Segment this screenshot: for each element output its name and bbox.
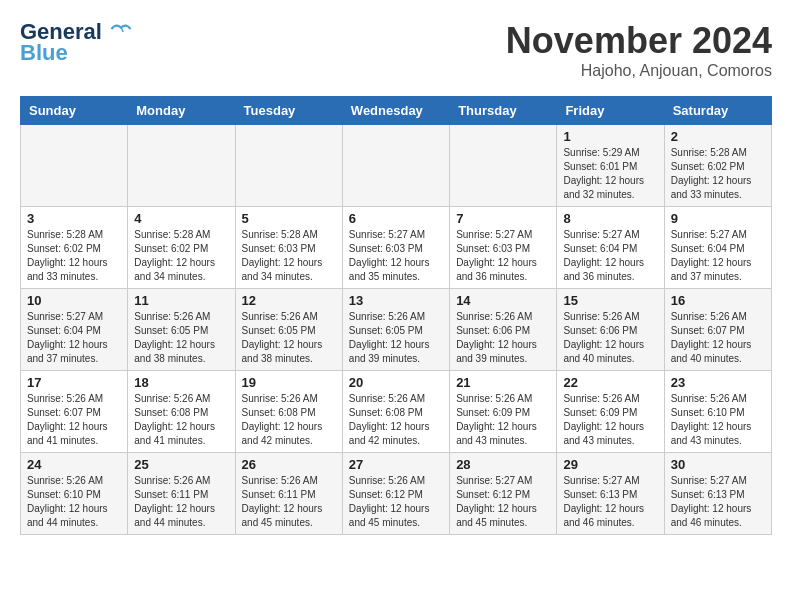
- calendar-cell: 29Sunrise: 5:27 AM Sunset: 6:13 PM Dayli…: [557, 453, 664, 535]
- calendar-cell: 25Sunrise: 5:26 AM Sunset: 6:11 PM Dayli…: [128, 453, 235, 535]
- calendar-cell: [342, 125, 449, 207]
- day-info: Sunrise: 5:28 AM Sunset: 6:02 PM Dayligh…: [27, 228, 121, 284]
- calendar-cell: 22Sunrise: 5:26 AM Sunset: 6:09 PM Dayli…: [557, 371, 664, 453]
- calendar-cell: [21, 125, 128, 207]
- calendar-cell: 19Sunrise: 5:26 AM Sunset: 6:08 PM Dayli…: [235, 371, 342, 453]
- calendar-cell: 24Sunrise: 5:26 AM Sunset: 6:10 PM Dayli…: [21, 453, 128, 535]
- day-number: 7: [456, 211, 550, 226]
- location: Hajoho, Anjouan, Comoros: [506, 62, 772, 80]
- month-title: November 2024: [506, 20, 772, 62]
- day-info: Sunrise: 5:26 AM Sunset: 6:05 PM Dayligh…: [134, 310, 228, 366]
- day-info: Sunrise: 5:26 AM Sunset: 6:11 PM Dayligh…: [134, 474, 228, 530]
- day-info: Sunrise: 5:26 AM Sunset: 6:05 PM Dayligh…: [349, 310, 443, 366]
- day-number: 28: [456, 457, 550, 472]
- calendar-cell: 1Sunrise: 5:29 AM Sunset: 6:01 PM Daylig…: [557, 125, 664, 207]
- day-header-thursday: Thursday: [450, 97, 557, 125]
- day-number: 4: [134, 211, 228, 226]
- calendar-cell: 17Sunrise: 5:26 AM Sunset: 6:07 PM Dayli…: [21, 371, 128, 453]
- calendar-week-row: 17Sunrise: 5:26 AM Sunset: 6:07 PM Dayli…: [21, 371, 772, 453]
- day-number: 19: [242, 375, 336, 390]
- day-info: Sunrise: 5:27 AM Sunset: 6:04 PM Dayligh…: [27, 310, 121, 366]
- day-info: Sunrise: 5:27 AM Sunset: 6:03 PM Dayligh…: [456, 228, 550, 284]
- day-number: 15: [563, 293, 657, 308]
- calendar-cell: 9Sunrise: 5:27 AM Sunset: 6:04 PM Daylig…: [664, 207, 771, 289]
- calendar-cell: 14Sunrise: 5:26 AM Sunset: 6:06 PM Dayli…: [450, 289, 557, 371]
- day-info: Sunrise: 5:29 AM Sunset: 6:01 PM Dayligh…: [563, 146, 657, 202]
- calendar-week-row: 24Sunrise: 5:26 AM Sunset: 6:10 PM Dayli…: [21, 453, 772, 535]
- day-number: 6: [349, 211, 443, 226]
- calendar-cell: 7Sunrise: 5:27 AM Sunset: 6:03 PM Daylig…: [450, 207, 557, 289]
- day-info: Sunrise: 5:26 AM Sunset: 6:09 PM Dayligh…: [563, 392, 657, 448]
- day-number: 2: [671, 129, 765, 144]
- calendar-cell: 21Sunrise: 5:26 AM Sunset: 6:09 PM Dayli…: [450, 371, 557, 453]
- calendar-cell: 30Sunrise: 5:27 AM Sunset: 6:13 PM Dayli…: [664, 453, 771, 535]
- calendar-cell: 27Sunrise: 5:26 AM Sunset: 6:12 PM Dayli…: [342, 453, 449, 535]
- logo-bird-icon: [110, 21, 132, 37]
- calendar-cell: 16Sunrise: 5:26 AM Sunset: 6:07 PM Dayli…: [664, 289, 771, 371]
- calendar-cell: 5Sunrise: 5:28 AM Sunset: 6:03 PM Daylig…: [235, 207, 342, 289]
- day-info: Sunrise: 5:27 AM Sunset: 6:04 PM Dayligh…: [563, 228, 657, 284]
- day-number: 17: [27, 375, 121, 390]
- calendar-cell: 3Sunrise: 5:28 AM Sunset: 6:02 PM Daylig…: [21, 207, 128, 289]
- day-info: Sunrise: 5:26 AM Sunset: 6:09 PM Dayligh…: [456, 392, 550, 448]
- day-info: Sunrise: 5:26 AM Sunset: 6:08 PM Dayligh…: [134, 392, 228, 448]
- calendar-cell: 12Sunrise: 5:26 AM Sunset: 6:05 PM Dayli…: [235, 289, 342, 371]
- day-info: Sunrise: 5:26 AM Sunset: 6:08 PM Dayligh…: [242, 392, 336, 448]
- day-info: Sunrise: 5:26 AM Sunset: 6:06 PM Dayligh…: [563, 310, 657, 366]
- day-info: Sunrise: 5:28 AM Sunset: 6:02 PM Dayligh…: [134, 228, 228, 284]
- logo-blue: Blue: [20, 40, 68, 66]
- day-number: 20: [349, 375, 443, 390]
- day-number: 1: [563, 129, 657, 144]
- day-number: 14: [456, 293, 550, 308]
- day-number: 26: [242, 457, 336, 472]
- calendar-cell: 28Sunrise: 5:27 AM Sunset: 6:12 PM Dayli…: [450, 453, 557, 535]
- day-info: Sunrise: 5:26 AM Sunset: 6:08 PM Dayligh…: [349, 392, 443, 448]
- calendar-cell: 20Sunrise: 5:26 AM Sunset: 6:08 PM Dayli…: [342, 371, 449, 453]
- day-number: 25: [134, 457, 228, 472]
- day-number: 18: [134, 375, 228, 390]
- day-info: Sunrise: 5:26 AM Sunset: 6:10 PM Dayligh…: [27, 474, 121, 530]
- calendar-cell: 8Sunrise: 5:27 AM Sunset: 6:04 PM Daylig…: [557, 207, 664, 289]
- day-number: 10: [27, 293, 121, 308]
- day-number: 29: [563, 457, 657, 472]
- day-number: 5: [242, 211, 336, 226]
- day-number: 12: [242, 293, 336, 308]
- day-header-monday: Monday: [128, 97, 235, 125]
- calendar-cell: 18Sunrise: 5:26 AM Sunset: 6:08 PM Dayli…: [128, 371, 235, 453]
- calendar-cell: 6Sunrise: 5:27 AM Sunset: 6:03 PM Daylig…: [342, 207, 449, 289]
- day-info: Sunrise: 5:26 AM Sunset: 6:06 PM Dayligh…: [456, 310, 550, 366]
- day-number: 9: [671, 211, 765, 226]
- day-header-tuesday: Tuesday: [235, 97, 342, 125]
- day-number: 27: [349, 457, 443, 472]
- day-info: Sunrise: 5:27 AM Sunset: 6:13 PM Dayligh…: [671, 474, 765, 530]
- day-header-friday: Friday: [557, 97, 664, 125]
- day-info: Sunrise: 5:26 AM Sunset: 6:05 PM Dayligh…: [242, 310, 336, 366]
- calendar-cell: 4Sunrise: 5:28 AM Sunset: 6:02 PM Daylig…: [128, 207, 235, 289]
- day-header-saturday: Saturday: [664, 97, 771, 125]
- day-info: Sunrise: 5:28 AM Sunset: 6:03 PM Dayligh…: [242, 228, 336, 284]
- day-info: Sunrise: 5:28 AM Sunset: 6:02 PM Dayligh…: [671, 146, 765, 202]
- day-number: 13: [349, 293, 443, 308]
- day-info: Sunrise: 5:27 AM Sunset: 6:12 PM Dayligh…: [456, 474, 550, 530]
- day-info: Sunrise: 5:26 AM Sunset: 6:10 PM Dayligh…: [671, 392, 765, 448]
- calendar-cell: 13Sunrise: 5:26 AM Sunset: 6:05 PM Dayli…: [342, 289, 449, 371]
- day-number: 22: [563, 375, 657, 390]
- day-number: 30: [671, 457, 765, 472]
- calendar-cell: [128, 125, 235, 207]
- title-area: November 2024 Hajoho, Anjouan, Comoros: [506, 20, 772, 80]
- day-number: 24: [27, 457, 121, 472]
- calendar-cell: 23Sunrise: 5:26 AM Sunset: 6:10 PM Dayli…: [664, 371, 771, 453]
- calendar-cell: 26Sunrise: 5:26 AM Sunset: 6:11 PM Dayli…: [235, 453, 342, 535]
- day-info: Sunrise: 5:26 AM Sunset: 6:11 PM Dayligh…: [242, 474, 336, 530]
- calendar-week-row: 3Sunrise: 5:28 AM Sunset: 6:02 PM Daylig…: [21, 207, 772, 289]
- day-info: Sunrise: 5:27 AM Sunset: 6:04 PM Dayligh…: [671, 228, 765, 284]
- calendar-cell: [450, 125, 557, 207]
- calendar-cell: 2Sunrise: 5:28 AM Sunset: 6:02 PM Daylig…: [664, 125, 771, 207]
- page-header: General Blue November 2024 Hajoho, Anjou…: [20, 20, 772, 80]
- calendar-cell: [235, 125, 342, 207]
- day-number: 8: [563, 211, 657, 226]
- day-number: 21: [456, 375, 550, 390]
- day-number: 11: [134, 293, 228, 308]
- calendar-week-row: 10Sunrise: 5:27 AM Sunset: 6:04 PM Dayli…: [21, 289, 772, 371]
- calendar-cell: 15Sunrise: 5:26 AM Sunset: 6:06 PM Dayli…: [557, 289, 664, 371]
